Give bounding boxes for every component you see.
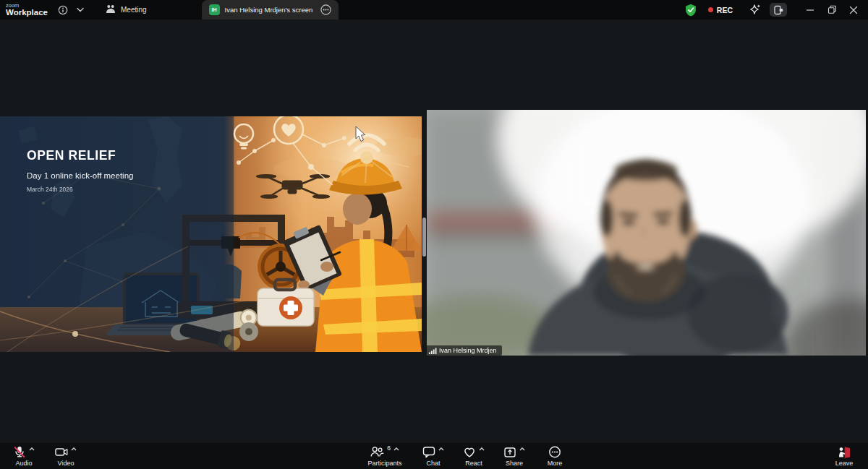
share-screen-icon [503, 446, 516, 458]
zoom-workplace-window: zoom Workplace Meeting IH Ivan Helsing M… [0, 0, 868, 469]
meeting-stage: OPEN RELIEF Day 1 online kick-off meetin… [0, 20, 868, 443]
microphone-muted-icon [13, 446, 26, 458]
side-panel-icon[interactable] [770, 3, 787, 17]
rec-dot-icon [708, 7, 713, 12]
toolbar-left-group: Audio Video [9, 443, 81, 469]
minimize-button[interactable] [800, 0, 820, 20]
tab-options-icon[interactable] [320, 4, 331, 15]
close-button[interactable] [843, 0, 864, 20]
info-icon[interactable] [58, 5, 68, 15]
tab-meeting[interactable]: Meeting [100, 0, 153, 20]
video-label: Video [58, 460, 75, 467]
toolbar-center-group: 6 Participants Chat [362, 443, 570, 469]
leave-label: Leave [835, 460, 854, 467]
meeting-icon [106, 4, 116, 15]
participant-webcam-video [427, 110, 866, 356]
participants-options-caret[interactable] [393, 447, 399, 451]
audio-button[interactable]: Audio [9, 443, 39, 469]
brand-workplace: Workplace [6, 9, 51, 17]
participants-icon [370, 446, 384, 457]
tab-screen-share-label: Ivan Helsing Mrdjen's screen [225, 6, 313, 14]
share-options-caret[interactable] [519, 447, 525, 451]
participants-button[interactable]: 6 Participants [362, 443, 408, 469]
more-ellipsis-icon [548, 446, 561, 458]
screen-share-tile: OPEN RELIEF Day 1 online kick-off meetin… [0, 116, 422, 352]
heart-icon [463, 446, 476, 458]
heart-circle-icon [274, 116, 303, 144]
video-button[interactable]: Video [51, 443, 81, 469]
more-button[interactable]: More [540, 443, 570, 469]
brand-zoom: zoom [6, 3, 51, 9]
audio-label: Audio [15, 460, 32, 467]
react-button[interactable]: React [459, 443, 489, 469]
chevron-down-icon[interactable] [77, 7, 84, 12]
share-label: Share [506, 460, 523, 467]
participants-label: Participants [367, 460, 401, 467]
participant-avatar: IH [209, 4, 220, 15]
meeting-toolbar: Audio Video [0, 443, 868, 469]
react-options-caret[interactable] [479, 447, 485, 451]
chat-label: Chat [426, 460, 440, 467]
chat-options-caret[interactable] [438, 447, 444, 451]
more-label: More [548, 460, 563, 467]
participant-name-label: Ivan Helsing Mrdjen [439, 347, 497, 354]
slide-date: March 24th 2026 [27, 186, 133, 193]
zoom-workplace-logo: zoom Workplace [6, 3, 51, 17]
restore-button[interactable] [822, 0, 842, 20]
toolbar-right-group: Leave [829, 443, 859, 469]
participant-name-tag: Ivan Helsing Mrdjen [427, 345, 502, 356]
chat-icon [422, 446, 435, 458]
leave-door-icon [837, 446, 851, 458]
participants-count-badge: 6 [387, 444, 391, 452]
share-button[interactable]: Share [499, 443, 529, 469]
titlebar: zoom Workplace Meeting IH Ivan Helsing M… [0, 0, 868, 20]
camera-icon [55, 446, 68, 458]
audio-options-caret[interactable] [29, 447, 35, 451]
slide-text-block: OPEN RELIEF Day 1 online kick-off meetin… [27, 148, 133, 193]
panel-resize-handle[interactable] [422, 218, 426, 257]
ai-companion-icon[interactable] [749, 4, 761, 16]
rec-label: REC [717, 6, 733, 14]
security-shield-icon[interactable] [685, 4, 697, 17]
tab-meeting-label: Meeting [121, 6, 147, 14]
slide-subtitle: Day 1 online kick-off meeting [27, 171, 133, 180]
chat-button[interactable]: Chat [418, 443, 448, 469]
slide-title: OPEN RELIEF [27, 148, 133, 163]
recording-indicator[interactable]: REC [708, 6, 733, 14]
tab-screen-share[interactable]: IH Ivan Helsing Mrdjen's screen [202, 0, 339, 20]
react-label: React [465, 460, 482, 467]
participant-video-tile: Ivan Helsing Mrdjen [427, 110, 866, 356]
video-options-caret[interactable] [71, 447, 77, 451]
leave-button[interactable]: Leave [829, 443, 859, 469]
connection-signal-icon [429, 348, 437, 354]
